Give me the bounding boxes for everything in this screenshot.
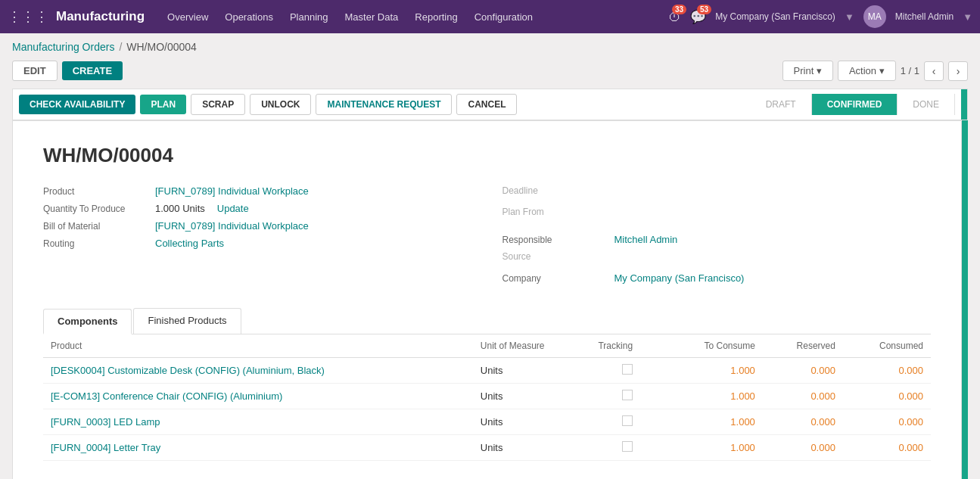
cell-uom: Units [473,358,591,384]
cell-consumed: 0.000 [843,409,931,435]
nav-operations[interactable]: Operations [217,8,281,26]
top-navigation: ⋮⋮⋮ Manufacturing Overview Operations Pl… [0,0,980,33]
next-page-button[interactable]: › [948,61,968,81]
nav-links: Overview Operations Planning Master Data… [160,8,661,26]
breadcrumb-current: WH/MO/00004 [126,41,197,53]
notifications-button[interactable]: ⏱ 33 [668,9,681,25]
table-row: [E-COM13] Conference Chair (CONFIG) (Alu… [43,384,931,409]
table-row: [FURN_0003] LED Lamp Units 1.000 0.000 0… [43,409,931,435]
table-row: [FURN_0004] Letter Tray Units 1.000 0.00… [43,435,931,461]
field-source: Source [502,251,932,266]
nav-planning[interactable]: Planning [282,8,336,26]
user-menu[interactable]: Mitchell Admin [895,11,954,22]
responsible-label: Responsible [502,235,608,245]
company-label: Company [502,273,608,284]
deadline-label: Deadline [502,185,538,196]
unlock-button[interactable]: UNLOCK [250,94,311,115]
cell-uom: Units [473,384,591,409]
app-brand: Manufacturing [56,9,145,24]
cell-consumed: 0.000 [843,358,931,384]
responsible-value[interactable]: Mitchell Admin [614,234,678,245]
product-value[interactable]: [FURN_0789] Individual Workplace [155,185,309,197]
field-quantity: Quantity To Produce 1.000 Units Update [43,203,472,214]
cell-tracking[interactable] [590,435,664,461]
cell-reserved: 0.000 [763,358,843,384]
status-done[interactable]: DONE [898,94,955,115]
check-availability-button[interactable]: CHECK AVAILABILITY [19,95,135,114]
company-selector[interactable]: My Company (San Francisco) [715,11,835,22]
cell-product[interactable]: [FURN_0004] Letter Tray [43,435,473,461]
field-bom: Bill of Material [FURN_0789] Individual … [43,220,472,232]
cell-product[interactable]: [E-COM13] Conference Chair (CONFIG) (Alu… [43,384,473,409]
cell-product[interactable]: [FURN_0003] LED Lamp [43,409,473,435]
maintenance-request-button[interactable]: MAINTENANCE REQUEST [316,94,452,115]
bom-label: Bill of Material [43,221,149,232]
components-table: Product Unit of Measure Tracking To Cons… [43,334,931,461]
breadcrumb-separator: / [119,41,122,53]
tab-finished-products[interactable]: Finished Products [133,308,241,334]
cell-reserved: 0.000 [763,409,843,435]
cell-to-consume: 1.000 [664,358,763,384]
col-consumed: Consumed [843,334,931,358]
cell-tracking[interactable] [590,409,664,435]
grid-menu-icon[interactable]: ⋮⋮⋮ [8,8,48,25]
status-strip [961,89,967,120]
fields-right: Deadline Plan From Responsible Mitchell … [502,185,932,290]
field-responsible: Responsible Mitchell Admin [502,234,932,245]
nav-configuration[interactable]: Configuration [467,8,540,26]
status-draft[interactable]: DRAFT [751,94,812,115]
product-label: Product [43,186,149,197]
company-value[interactable]: My Company (San Francisco) [614,272,745,284]
prev-page-button[interactable]: ‹ [924,61,944,81]
status-steps: DRAFT CONFIRMED DONE [751,94,955,115]
routing-label: Routing [43,238,149,249]
main-content: WH/MO/00004 Product [FURN_0789] Individu… [12,120,968,479]
action-bar: CHECK AVAILABILITY PLAN SCRAP UNLOCK MAI… [13,89,961,120]
breadcrumb-parent[interactable]: Manufacturing Orders [12,41,114,53]
col-tracking: Tracking [590,334,664,358]
cell-tracking[interactable] [590,384,664,409]
fields-left: Product [FURN_0789] Individual Workplace… [43,185,472,290]
quantity-value: 1.000 Units [155,203,205,214]
form-card: WH/MO/00004 Product [FURN_0789] Individu… [12,120,962,479]
col-uom: Unit of Measure [473,334,591,358]
update-link[interactable]: Update [217,203,249,214]
cell-tracking[interactable] [590,358,664,384]
field-routing: Routing Collecting Parts [43,238,472,249]
field-plan-from: Plan From [502,207,932,222]
responsible-section: Responsible Mitchell Admin Source Compan… [502,234,932,284]
plan-button[interactable]: PLAN [140,95,186,114]
bom-value[interactable]: [FURN_0789] Individual Workplace [155,220,309,232]
user-avatar[interactable]: MA [863,5,886,28]
create-button[interactable]: CREATE [62,61,123,80]
tab-components[interactable]: Components [43,309,132,334]
edit-button[interactable]: EDIT [12,61,58,81]
page-wrapper: Manufacturing Orders / WH/MO/00004 EDIT … [0,33,980,479]
messages-badge: 53 [697,5,711,14]
field-product: Product [FURN_0789] Individual Workplace [43,185,472,197]
notifications-badge: 33 [672,5,686,14]
col-product: Product [43,334,473,358]
action-button[interactable]: Action ▾ [838,61,896,81]
status-confirmed[interactable]: CONFIRMED [812,94,898,115]
order-number: WH/MO/00004 [43,144,931,167]
cancel-button[interactable]: CANCEL [456,94,517,115]
pagination: 1 / 1 ‹ › [901,61,968,81]
plan-from-label: Plan From [502,207,544,217]
breadcrumb: Manufacturing Orders / WH/MO/00004 [12,41,968,53]
cell-uom: Units [473,409,591,435]
scrap-button[interactable]: SCRAP [191,94,245,115]
nav-master-data[interactable]: Master Data [338,8,406,26]
nav-reporting[interactable]: Reporting [407,8,465,26]
fields-grid: Product [FURN_0789] Individual Workplace… [43,185,931,290]
cell-product[interactable]: [DESK0004] Customizable Desk (CONFIG) (A… [43,358,473,384]
field-company: Company My Company (San Francisco) [502,272,932,284]
messages-button[interactable]: 💬 53 [690,9,706,25]
col-to-consume: To Consume [664,334,763,358]
pagination-text: 1 / 1 [901,65,919,76]
nav-overview[interactable]: Overview [160,8,216,26]
cell-to-consume: 1.000 [664,384,763,409]
cell-to-consume: 1.000 [664,409,763,435]
print-button[interactable]: Print ▾ [782,61,833,81]
routing-value[interactable]: Collecting Parts [155,238,224,249]
